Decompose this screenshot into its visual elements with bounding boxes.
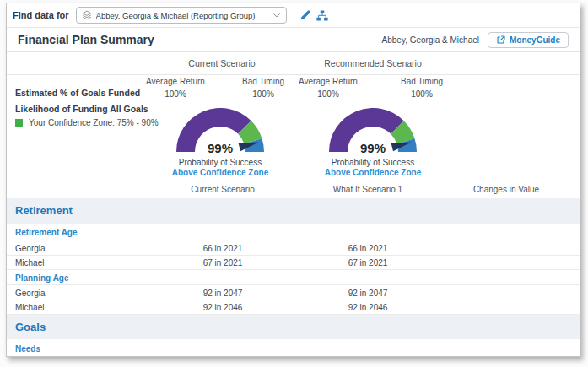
confidence-zone-legend: Your Confidence Zone: 75% - 90% [15, 118, 159, 127]
moneyguide-button[interactable]: MoneyGuide [488, 32, 569, 48]
section-title: Goals [7, 315, 580, 339]
cell-whatif: 92 in 2047 [348, 288, 388, 297]
bad-timing-value: 100% [411, 89, 433, 99]
chevron-down-icon [272, 11, 281, 19]
cell-whatif: 66 in 2021 [348, 243, 388, 252]
screen: Find data for Abbey, Georgia & Michael (… [0, 0, 588, 367]
avg-return-label: Average Return [146, 77, 205, 86]
group-label: Needs [15, 343, 40, 353]
probability-gauge-recommended: 99% [329, 108, 417, 154]
find-data-for-label: Find data for [13, 10, 69, 20]
probability-of-success-label: Probability of Success [332, 158, 414, 167]
avg-return-value: 100% [317, 89, 339, 99]
confidence-zone-swatch [15, 119, 23, 127]
probability-value: 99% [329, 141, 417, 155]
cell-whatif: 92 in 2046 [348, 303, 388, 312]
page-header: Financial Plan Summary Abbey, Georgia & … [7, 28, 580, 52]
client-selector-dropdown[interactable]: Abbey, Georgia & Michael (Reporting Grou… [76, 7, 287, 24]
table-row: Georgia 92 in 2047 92 in 2047 [7, 285, 580, 300]
group-label: Planning Age [15, 273, 69, 282]
group-layers-icon [82, 10, 92, 20]
app-window: Find data for Abbey, Georgia & Michael (… [6, 3, 580, 357]
pencil-icon[interactable] [297, 7, 314, 24]
likelihood-funding-label: Likelihood of Funding All Goals [15, 104, 148, 114]
table-row: Georgia 66 in 2021 66 in 2021 [7, 240, 580, 256]
avg-return-label: Average Return [299, 77, 358, 86]
group-label: Retirement Age [15, 227, 78, 236]
recommended-scenario-header: Recommended Scenario [324, 58, 422, 68]
probability-of-success-label: Probability of Success [179, 158, 262, 167]
row-label: Michael [15, 303, 44, 312]
column-changes-in-value: Changes in Value [473, 185, 539, 194]
client-name: Abbey, Georgia & Michael [382, 35, 479, 45]
group-header-needs: Needs [7, 339, 580, 357]
moneyguide-button-label: MoneyGuide [510, 35, 560, 45]
probability-value: 99% [176, 141, 264, 155]
current-scenario-header: Current Scenario [188, 58, 255, 68]
row-label: Michael [15, 258, 44, 267]
external-link-icon [496, 35, 505, 45]
section-goals: Goals [7, 315, 580, 339]
group-header-retirement-age: Retirement Age [7, 224, 580, 240]
bad-timing-value: 100% [252, 89, 274, 99]
avg-return-value: 100% [165, 89, 186, 99]
table-row: Michael 92 in 2046 92 in 2046 [7, 300, 580, 315]
bad-timing-label: Bad Timing [242, 77, 284, 86]
page-title: Financial Plan Summary [18, 33, 154, 46]
cell-current: 66 in 2021 [203, 243, 243, 252]
cell-current: 67 in 2021 [203, 258, 243, 267]
column-current-scenario: Current Scenario [191, 185, 255, 194]
cell-current: 92 in 2046 [203, 303, 243, 312]
plan-summary-block: Average Return Bad Timing Average Return… [7, 74, 580, 182]
column-what-if-scenario: What If Scenario 1 [333, 185, 402, 194]
row-label: Georgia [15, 288, 46, 297]
row-label: Georgia [15, 243, 46, 252]
cell-whatif: 67 in 2021 [348, 258, 388, 267]
table-row: Michael 67 in 2021 67 in 2021 [7, 256, 580, 270]
above-confidence-zone-link[interactable]: Above Confidence Zone [172, 168, 268, 177]
estimated-goals-funded-label: Estimated % of Goals Funded [15, 88, 140, 98]
page-header-right: Abbey, Georgia & Michael MoneyGuide [382, 32, 569, 48]
above-confidence-zone-link[interactable]: Above Confidence Zone [325, 168, 421, 177]
bad-timing-label: Bad Timing [401, 77, 443, 86]
comparison-table-header: Current Scenario What If Scenario 1 Chan… [7, 182, 580, 199]
group-header-planning-age: Planning Age [7, 270, 580, 285]
scenario-header-row: Current Scenario Recommended Scenario [7, 52, 580, 75]
hierarchy-icon[interactable] [314, 7, 331, 24]
confidence-zone-label: Your Confidence Zone: 75% - 90% [29, 118, 159, 127]
cell-current: 92 in 2047 [203, 288, 243, 297]
section-title: Retirement [7, 198, 580, 224]
toolbar: Find data for Abbey, Georgia & Michael (… [7, 3, 580, 28]
client-selector-value: Abbey, Georgia & Michael (Reporting Grou… [96, 11, 269, 20]
probability-gauge-current: 99% [176, 108, 264, 154]
section-retirement: Retirement [7, 198, 580, 224]
